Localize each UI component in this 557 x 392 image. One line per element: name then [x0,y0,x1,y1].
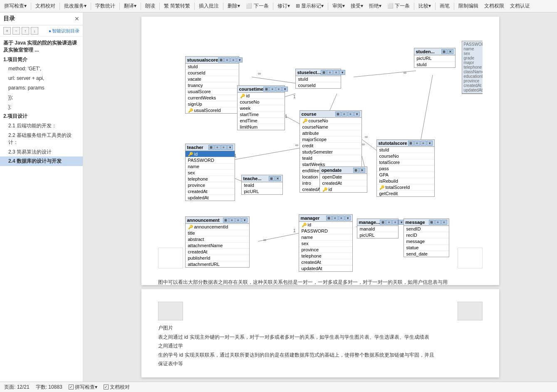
entity-icon-ms2[interactable]: ≡ [435,220,441,225]
toc-item-2-2[interactable]: 2.2 基础服务组件工具类的设计： [0,131,83,147]
entity-icon-co3[interactable]: ≡ [348,112,354,117]
toolbar-read[interactable]: 朗读 [143,2,158,10]
entity-icon-an4[interactable]: ▾ [242,218,248,223]
entity-icon-mg21[interactable]: ⊞ [380,220,386,225]
toc-item-method[interactable]: method: 'GET', [0,64,83,74]
entity-stutotalscore[interactable]: stutotalscore ⊞ ≡ ≡ ▾ stuId courseNo tot… [376,139,435,197]
entity-icon-1[interactable]: ⊞ [218,57,224,62]
toc-up-btn[interactable]: ↑ [22,27,29,35]
toolbar-next2[interactable]: ⬜ 下一条 [385,2,412,10]
entity-icon-co4[interactable]: ▾ [354,112,360,117]
toolbar-spellcheck[interactable]: 拼写检查▾ [2,2,29,10]
entity-icon-s4[interactable]: ▾ [339,70,345,75]
entity-icon-s3[interactable]: ≡ [333,70,339,75]
content-area[interactable]: ∞ ∞ 1 ∞ 1 ∞ 1 ∞ [83,12,557,382]
entity-teacher2[interactable]: teache... ⊞ ✕ teaId picURL [241,175,283,195]
entity-coursetime[interactable]: coursetime ⊞ ≡ ≡ ▾ 🔑 id cours [237,85,285,130]
status-proofread-check[interactable]: ✓ [104,385,109,390]
toolbar-wordcount[interactable]: 字数统计 [93,2,118,10]
toc-item-1[interactable]: 1.项目简介 [0,55,83,65]
entity-icon-mg1[interactable]: ⊞ [326,216,332,221]
toc-down-btn[interactable]: ↓ [31,27,38,35]
entity-icon-co1[interactable]: ⊞ [335,112,341,117]
entity-icon-ms1[interactable]: ⊞ [429,220,435,225]
entity-icon-2[interactable]: ≡ [224,57,230,62]
entity-icon-od2[interactable]: ✕ [359,168,365,173]
status-proofread[interactable]: ✓ 文档校对 [104,384,130,391]
entity-icon-sts2[interactable]: ≡ [414,141,420,146]
entity-icon-s1[interactable]: ⊞ [321,70,327,75]
entity-icon-an2[interactable]: ≡ [229,218,235,223]
toolbar-proofread[interactable]: 文档校对 [33,2,58,10]
toc-item-url[interactable]: url: server + api, [0,74,83,83]
toolbar-translate[interactable]: 翻译▾ [121,2,139,10]
toolbar-next1[interactable]: ⬜ 下一条 [243,2,271,10]
toolbar-compare[interactable]: 比较▾ [416,2,433,10]
entity-studen[interactable]: studen... ⊞ ✕ picURL stuId [414,48,456,68]
entity-icon-sts3[interactable]: ≡ [421,141,426,146]
toolbar-reject[interactable]: 拒绝▾ [366,2,384,10]
toc-collapse-btn[interactable]: － [12,27,20,35]
toolbar-review[interactable]: 审阅▾ [330,2,347,10]
entity-icon-te4[interactable]: ▾ [227,145,233,150]
entity-icon-3[interactable]: ≡ [230,57,236,62]
entity-icon-4[interactable]: ▾ [237,57,243,62]
entity-announcement[interactable]: announcement ⊞ ≡ ≡ ▾ 🔑 announcementId [185,216,250,268]
entity-icon-sts4[interactable]: ▾ [427,141,433,146]
status-spell-check[interactable]: ✓ [69,385,74,390]
toc-item-title[interactable]: 基于 Java 实现的院的实验课选课及实验室管理 ... [0,38,83,55]
entity-icon-an1[interactable]: ⊞ [223,218,229,223]
entity-opendate[interactable]: opendate ⊞ ✕ openDate createdAt 🔑 id [319,166,367,193]
entity-icon-te21[interactable]: ⊞ [269,176,275,181]
entity-icon-co2[interactable]: ≡ [342,112,347,117]
toolbar-doc-rights[interactable]: 文档权限 [482,2,507,10]
entity-icon-st1[interactable]: ⊞ [441,49,447,54]
entity-icon-te3[interactable]: ≡ [221,145,227,150]
entity-icon-mg2[interactable]: ≡ [332,216,338,221]
sidebar-close-btn[interactable]: ✕ [74,15,79,22]
entity-icon-ct1[interactable]: ⊞ [263,87,269,92]
toolbar-accept[interactable]: 接受▾ [348,2,366,10]
toc-item-close1[interactable]: }); [0,93,83,102]
entity-icon-mg22[interactable]: ≡ [386,220,392,225]
entity-manager[interactable]: manager ⊞ ≡ ≡ ▾ 🔑 id PASSWORD [299,214,353,272]
entity-icon-an3[interactable]: ≡ [235,218,241,223]
toolbar-restrict-edit[interactable]: 限制编辑 [456,2,481,10]
entity-manage2[interactable]: manage... ⊞ ≡ ≡ ▾ manaId picURL [357,218,399,238]
entity-icon-mg3[interactable]: ≡ [339,216,344,221]
toolbar-batchcorrect[interactable]: 批改服务▾ [62,2,89,10]
entity-icon-te1[interactable]: ⊞ [208,145,214,150]
status-spell[interactable]: ✓ 拼写检查▾ [69,384,97,391]
toolbar-delete[interactable]: 删除▾ [225,2,243,10]
entity-icon-mg4[interactable]: ▾ [345,216,351,221]
toc-item-2-3[interactable]: 2.3 简易算法的设计 [0,147,83,157]
smart-toc-btn[interactable]: ● 智能识别目录 [49,28,79,34]
entity-teacher[interactable]: teacher ⊞ ≡ ≡ ▾ 🔑 id PASSWORD [185,144,235,201]
toc-expand-btn[interactable]: ＋ [3,27,11,35]
entity-stuselect[interactable]: stuselect... ⊞ ≡ ≡ ▾ stuId courseId [295,69,341,89]
toc-item-close2[interactable]: }; [0,102,83,112]
toc-item-params[interactable]: params: params [0,83,83,93]
toc-item-2[interactable]: 2.项目设计 [0,112,83,121]
entity-icon-ct3[interactable]: ≡ [276,87,282,92]
entity-icon-mg23[interactable]: ≡ [392,220,398,225]
entity-icon-te2[interactable]: ≡ [215,145,220,150]
toc-item-2-4[interactable]: 2.4 数据库的设计与开发 [0,156,83,166]
toolbar-doc-auth[interactable]: 文档认证 [507,2,532,10]
entity-icon-te22[interactable]: ✕ [275,176,281,181]
entity-icon-ct2[interactable]: ≡ [270,87,275,92]
toolbar-insert-note[interactable]: 插入批注 [196,2,221,10]
entity-message[interactable]: message ⊞ ≡ ≡ sendID recID message statu… [404,218,449,257]
entity-icon-sts1[interactable]: ⊞ [408,141,414,146]
entity-icon-ms3[interactable]: ≡ [441,220,447,225]
entity-icon-s2[interactable]: ≡ [327,70,333,75]
entity-icon-ct4[interactable]: ▾ [282,87,288,92]
entity-icon-st2[interactable]: ✕ [448,49,453,54]
entity-icon-od1[interactable]: ⊞ [353,168,359,173]
entity-stuusualscore[interactable]: stuusualscore ⊞ ≡ ≡ ▾ stuId courseId vac… [185,56,239,114]
toolbar-revise[interactable]: 修订▾ [275,2,292,10]
toolbar-simp-trad[interactable]: 繁 简繁转繁 [161,2,193,10]
toolbar-show-mark[interactable]: ⊞ 显示标记▾ [293,2,326,10]
toolbar-pen[interactable]: 画笔 [437,2,452,10]
toc-item-2-1[interactable]: 2.1 后端功能的开发： [0,121,83,131]
